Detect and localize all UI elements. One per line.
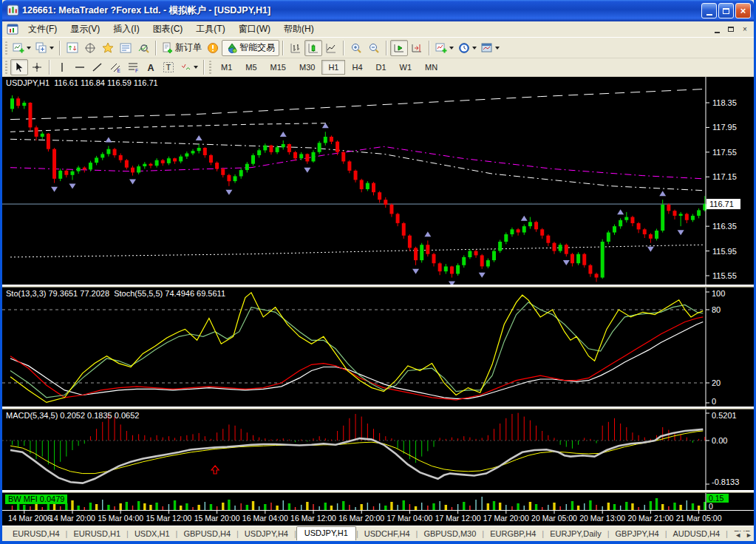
- chart-tab-gbpusdm30[interactable]: GBPUSD,M30: [418, 528, 482, 540]
- text-button[interactable]: A: [142, 59, 160, 75]
- restore-button[interactable]: [718, 3, 734, 18]
- toolbar-grip[interactable]: [5, 41, 7, 55]
- child-restore-button[interactable]: [724, 24, 738, 35]
- bw-mfi-chart[interactable]: 0.150: [2, 493, 754, 511]
- textlabel-button[interactable]: T: [160, 59, 177, 75]
- tester-button[interactable]: [134, 40, 152, 56]
- new-order-button[interactable]: 新订单: [160, 40, 204, 56]
- hline-button[interactable]: [71, 59, 89, 75]
- stochastic-chart[interactable]: 10080200: [2, 288, 754, 407]
- tester-icon: [137, 42, 149, 54]
- expert-advisors-button[interactable]: 智能交易: [222, 40, 279, 56]
- toolbar-separator: [282, 41, 284, 55]
- chart-tab-usdjpyh1[interactable]: USDJPY,H1: [296, 526, 356, 540]
- dropdown-arrow-icon: [449, 47, 454, 50]
- macd-panel[interactable]: 0.52010.00-0.8133 MACD(5,34,5) 0.2052 0.…: [2, 409, 754, 491]
- timeframe-h4-button[interactable]: H4: [345, 60, 369, 75]
- chart-area: 118.35117.95117.55117.15116.35115.95115.…: [2, 77, 754, 526]
- toolbar-grip[interactable]: [5, 61, 7, 74]
- chart-tab-gbpusdh4[interactable]: GBPUSD,H4: [177, 528, 236, 540]
- svg-text:116.35: 116.35: [712, 222, 737, 231]
- minimize-button[interactable]: [701, 3, 717, 18]
- periods-button[interactable]: [456, 40, 479, 56]
- indicators-button[interactable]: [433, 40, 456, 56]
- chart-tab-eurusdh1[interactable]: EURUSD,H1: [67, 528, 126, 540]
- svg-text:16 Mar 04:00: 16 Mar 04:00: [242, 514, 288, 523]
- menu-item-file[interactable]: 文件(F): [21, 21, 64, 37]
- expert-advisors-label: 智能交易: [239, 41, 275, 54]
- svg-text:14 Mar 20:00: 14 Mar 20:00: [50, 514, 95, 523]
- chart-tab-gbpjpyh4[interactable]: GBPJPY,H4: [610, 528, 665, 540]
- menu-item-help[interactable]: 帮助(H): [277, 21, 321, 37]
- navigator-button[interactable]: [99, 40, 117, 56]
- cursor-icon: [13, 61, 25, 73]
- new-chart-button[interactable]: [10, 40, 33, 56]
- timeframe-mn-button[interactable]: MN: [418, 60, 444, 75]
- chart-candles-icon: [307, 42, 319, 54]
- title-bar[interactable]: 126661: MetaTrader ?Forex Ltd. - 模拟帐户 - …: [2, 0, 754, 21]
- data-window-button[interactable]: [81, 40, 99, 56]
- candlestick-chart[interactable]: 118.35117.95117.55117.15116.35115.95115.…: [2, 77, 754, 285]
- expert-advisors-icon: [226, 42, 238, 54]
- menu-item-tools[interactable]: 工具(T): [189, 21, 231, 37]
- chart-tab-eurgbph4[interactable]: EURGBP,H4: [484, 528, 542, 540]
- chart-tab-usdxh1[interactable]: USDX,H1: [129, 528, 176, 540]
- stochastic-panel[interactable]: 10080200 Sto(13,3,3) 79.3651 77.2028 Sto…: [2, 288, 754, 407]
- child-close-button[interactable]: ×: [738, 24, 752, 35]
- crosshair-button[interactable]: [28, 59, 46, 75]
- svg-text:0.5201: 0.5201: [712, 411, 737, 420]
- timeframe-h1-button[interactable]: H1: [321, 60, 345, 75]
- trendline-button[interactable]: [89, 59, 106, 75]
- svg-text:117.95: 117.95: [712, 123, 737, 132]
- bw-mfi-panel[interactable]: 0.150 BW MFI 0.0479: [2, 493, 754, 511]
- tabs-scroll-right-icon[interactable]: ►: [746, 531, 752, 539]
- chart-bars-icon: [290, 42, 302, 54]
- auto-scroll-button[interactable]: [390, 40, 408, 56]
- zoom-in-button[interactable]: [347, 40, 365, 56]
- timeframe-m5-button[interactable]: M5: [239, 60, 263, 75]
- alert-button[interactable]: [204, 40, 222, 56]
- profiles-button[interactable]: [33, 40, 56, 56]
- chart-shift-icon: [411, 42, 423, 54]
- close-button[interactable]: ×: [735, 3, 751, 18]
- periods-icon: [458, 42, 470, 54]
- terminal-button[interactable]: [117, 40, 134, 56]
- timeframe-m30-button[interactable]: M30: [293, 60, 321, 75]
- cursor-button[interactable]: [10, 59, 28, 75]
- main-chart-panel[interactable]: 118.35117.95117.55117.15116.35115.95115.…: [2, 77, 754, 285]
- chart-tab-audusdh4[interactable]: AUDUSD,H4: [667, 528, 726, 540]
- chart-tab-usdchfh4[interactable]: USDCHF,H4: [358, 528, 416, 540]
- toolbar-grip[interactable]: [209, 61, 211, 74]
- chart-candles-button[interactable]: [304, 40, 322, 56]
- chart-tab-eurjpydaily[interactable]: EURJPY,Daily: [544, 528, 607, 540]
- chart-bars-button[interactable]: [287, 40, 304, 56]
- child-minimize-button[interactable]: [710, 24, 723, 35]
- svg-text:20 Mar 05:00: 20 Mar 05:00: [531, 514, 577, 523]
- timeframe-d1-button[interactable]: D1: [370, 60, 393, 75]
- dropdown-arrow-icon: [50, 47, 54, 50]
- menu-item-insert[interactable]: 插入(I): [106, 21, 146, 37]
- menu-item-view[interactable]: 显示(V): [64, 21, 106, 37]
- child-restore-icon: [728, 27, 734, 32]
- menu-item-charts[interactable]: 图表(C): [146, 21, 190, 37]
- vline-button[interactable]: [53, 59, 71, 75]
- chart-line-button[interactable]: [322, 40, 340, 56]
- new-chart-icon: [13, 42, 24, 54]
- menu-item-window[interactable]: 窗口(W): [232, 21, 277, 37]
- zoom-out-button[interactable]: [365, 40, 383, 56]
- chart-shift-button[interactable]: [408, 40, 426, 56]
- timeframe-m15-button[interactable]: M15: [264, 60, 293, 75]
- chart-tab-eurusdh4[interactable]: EURUSD,H4: [7, 528, 66, 540]
- chart-tab-usdjpyh4[interactable]: USDJPY,H4: [239, 528, 294, 540]
- time-axis-scale[interactable]: 14 Mar 200614 Mar 20:0015 Mar 04:0015 Ma…: [2, 511, 754, 526]
- channel-button[interactable]: E: [106, 59, 124, 75]
- timeframe-m1-button[interactable]: M1: [214, 60, 239, 75]
- timeframe-w1-button[interactable]: W1: [393, 60, 419, 75]
- child-minimize-icon: [715, 28, 720, 33]
- shapes-button[interactable]: [177, 59, 200, 75]
- tabs-scroll-left-icon[interactable]: ◄: [735, 531, 741, 539]
- templates-button[interactable]: [479, 40, 502, 56]
- market-watch-button[interactable]: [64, 40, 81, 56]
- macd-chart[interactable]: 0.52010.00-0.8133: [2, 409, 754, 491]
- fibo-button[interactable]: F: [124, 59, 142, 75]
